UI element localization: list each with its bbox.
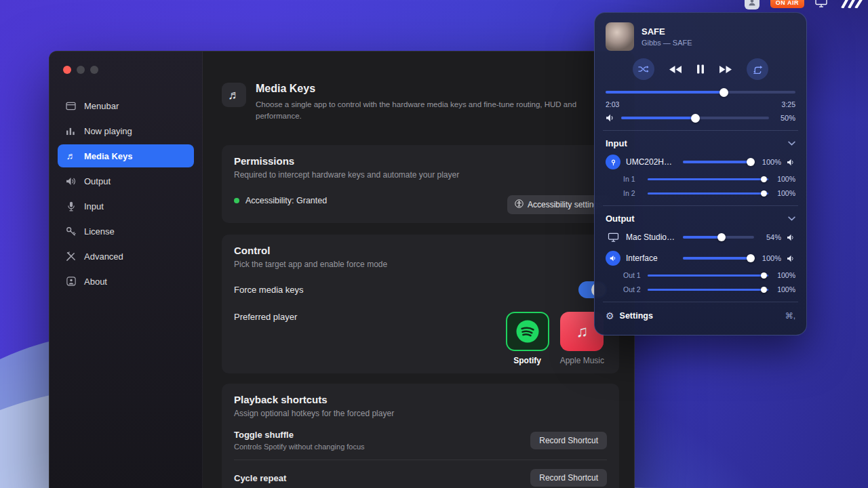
zoom-window-button[interactable] [90, 66, 98, 74]
shortcut-label: Cycle repeat [234, 473, 286, 483]
volume-speaker-icon[interactable] [606, 114, 615, 122]
sidebar-item-advanced[interactable]: Advanced [58, 245, 194, 268]
channel-slider[interactable] [648, 270, 768, 280]
slider-fill [683, 236, 722, 239]
gear-icon: ⚙ [606, 310, 614, 321]
playback-controls [606, 58, 795, 80]
slider-knob[interactable] [691, 114, 700, 123]
input-section-header[interactable]: Input [606, 138, 795, 148]
shortcuts-subtitle: Assign optional hotkeys for the forced p… [234, 409, 607, 418]
divider [603, 205, 798, 206]
permissions-title: Permissions [234, 155, 607, 167]
sidebar-item-about[interactable]: About [58, 270, 194, 293]
now-playing-header: SAFE Gibbs — SAFE [606, 22, 795, 51]
next-button[interactable] [719, 65, 732, 74]
sidebar-item-label: Now playing [84, 126, 132, 136]
sidebar-item-label: Media Keys [84, 151, 133, 161]
input-section-title: Input [606, 138, 627, 148]
slider-knob[interactable] [761, 176, 767, 182]
menubar-display-icon[interactable] [815, 0, 827, 7]
output-device-slider[interactable] [683, 253, 754, 263]
mute-speaker-icon[interactable] [787, 255, 795, 262]
menubar-logo-icon[interactable] [838, 0, 863, 8]
record-shortcut-button[interactable]: Record Shortcut [530, 469, 607, 487]
sidebar-item-media-keys[interactable]: ♬ Media Keys [58, 144, 194, 167]
on-air-badge[interactable]: ON AIR [770, 0, 804, 8]
channel-name: Out 1 [623, 271, 642, 279]
sidebar-item-input[interactable]: Input [58, 195, 194, 218]
shuffle-button[interactable] [633, 58, 654, 80]
cycle-repeat-row: Cycle repeat Record Shortcut [234, 469, 607, 487]
input-device-slider[interactable] [683, 157, 754, 167]
minimize-window-button[interactable] [77, 66, 85, 74]
slider-knob[interactable] [747, 158, 755, 166]
sidebar-item-label: Output [84, 176, 111, 186]
close-window-button[interactable] [63, 66, 71, 74]
slider-fill [683, 257, 754, 260]
menubar-account-icon[interactable] [745, 0, 760, 9]
apple-music-icon: ♫ [576, 322, 588, 341]
previous-button[interactable] [669, 65, 682, 74]
channel-slider[interactable] [648, 285, 768, 294]
preferred-player-row: Preferred player Spotify ♫ Apple Music [234, 312, 607, 365]
channel-percent: 100% [774, 271, 795, 279]
sidebar-item-now-playing[interactable]: Now playing [58, 119, 194, 142]
now-playing-icon [65, 127, 77, 136]
spotify-tile[interactable] [506, 312, 549, 351]
input-channel-row: In 2 100% [606, 188, 795, 198]
track-title: SAFE [642, 26, 692, 37]
sidebar-item-label: Menubar [84, 101, 119, 111]
progress-slider[interactable] [606, 87, 795, 97]
channel-name: In 1 [623, 175, 642, 183]
slider-knob[interactable] [761, 287, 767, 293]
slider-knob[interactable] [717, 233, 726, 241]
chevron-down-icon[interactable] [788, 216, 795, 221]
permissions-section: Permissions Required to intercept hardwa… [222, 145, 619, 223]
progress-area: 2:03 3:25 [606, 87, 795, 108]
spotify-icon [515, 319, 540, 344]
content-pane: ♬ Media Keys Choose a single app to cont… [203, 52, 634, 488]
sidebar-item-menubar[interactable]: Menubar [58, 94, 194, 117]
repeat-button[interactable] [747, 58, 768, 80]
slider-knob[interactable] [761, 272, 767, 279]
input-device-icon [606, 155, 620, 169]
channel-slider[interactable] [648, 174, 768, 184]
control-section: Control Pick the target app and enable f… [222, 235, 619, 373]
permissions-subtitle: Required to intercept hardware keys and … [234, 170, 607, 180]
slider-knob[interactable] [761, 190, 767, 197]
slider-fill [683, 161, 754, 163]
sidebar-item-license[interactable]: License [58, 220, 194, 243]
output-section-header[interactable]: Output [606, 214, 795, 224]
force-media-keys-label: Force media keys [234, 285, 304, 295]
settings-shortcut: ⌘, [785, 311, 795, 321]
player-option-spotify[interactable]: Spotify [506, 312, 549, 365]
sidebar-item-label: About [84, 277, 107, 287]
output-device-percent: 100% [760, 254, 781, 262]
control-title: Control [234, 245, 607, 256]
divider [603, 130, 798, 131]
output-device-percent: 54% [760, 233, 781, 241]
pause-button[interactable] [696, 64, 705, 74]
slider-fill [606, 91, 724, 94]
slider-fill [648, 289, 768, 291]
slider-knob[interactable] [719, 88, 728, 97]
volume-slider[interactable] [621, 113, 769, 123]
sidebar-item-label: Advanced [84, 251, 123, 262]
mute-speaker-icon[interactable] [787, 159, 795, 166]
channel-name: Out 2 [623, 285, 642, 293]
tools-icon [65, 251, 77, 262]
output-device-slider[interactable] [683, 232, 754, 242]
sidebar: Menubar Now playing ♬ Media Keys Output [50, 52, 203, 488]
shortcuts-title: Playback shortcuts [234, 394, 607, 405]
channel-percent: 100% [774, 285, 795, 293]
mute-speaker-icon[interactable] [787, 234, 795, 241]
media-keys-header-icon: ♬ [222, 83, 246, 107]
chevron-down-icon[interactable] [788, 141, 795, 146]
accessibility-icon [515, 199, 524, 210]
channel-slider[interactable] [648, 188, 768, 198]
record-shortcut-button[interactable]: Record Shortcut [530, 432, 607, 449]
input-device-name: UMC202H… [626, 157, 677, 167]
slider-knob[interactable] [747, 254, 755, 262]
sidebar-item-output[interactable]: Output [58, 169, 194, 192]
settings-row[interactable]: ⚙ Settings ⌘, [606, 310, 795, 321]
